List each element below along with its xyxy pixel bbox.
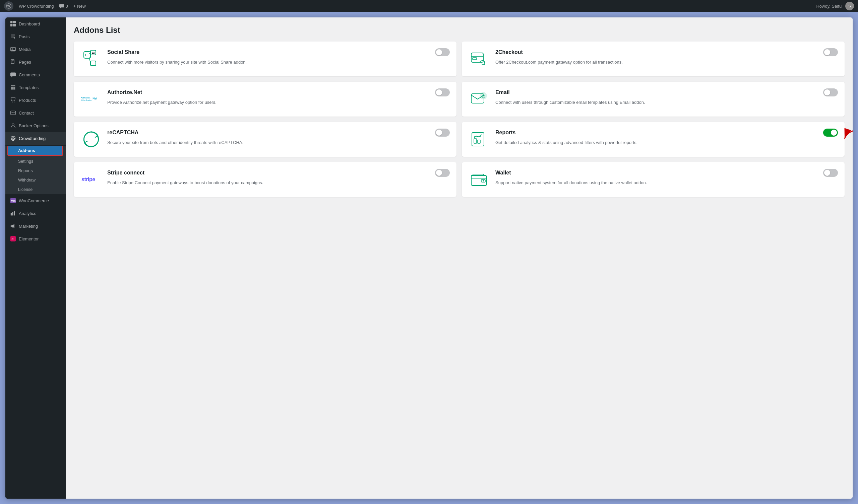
svg-rect-9 [12,60,14,60]
2checkout-toggle[interactable] [823,48,838,56]
authorize-net-desc: Provide Authorize.net payment gateway op… [107,99,450,106]
site-name-link[interactable]: WP Crowdfunding [19,4,54,9]
sidebar-label-media: Media [19,47,31,52]
svg-text:e: e [11,237,13,241]
email-name: Email [495,90,510,95]
submenu-item-settings[interactable]: Settings [5,157,66,166]
new-link[interactable]: + New [74,4,86,9]
sidebar-label-elementor: Elementor [19,237,38,242]
user-avatar[interactable]: S [845,2,854,11]
sidebar-label-contact: Contact [19,111,34,115]
addon-card-wallet: Wallet Support native payment system for… [462,162,845,197]
sidebar-item-dashboard[interactable]: Dashboard [5,17,66,30]
sidebar-item-backer-options[interactable]: Backer Options [5,119,66,132]
submenu-item-license[interactable]: License [5,185,66,194]
svg-rect-10 [12,61,14,61]
sidebar-label-products: Products [19,98,36,103]
sidebar-label-analytics: Analytics [19,211,36,216]
sidebar-item-elementor[interactable]: e Elementor [5,232,66,245]
wallet-toggle[interactable] [823,169,838,177]
wallet-info: Wallet Support native payment system for… [495,169,838,186]
sidebar-item-contact[interactable]: Contact [5,107,66,119]
elementor-icon: e [10,236,16,242]
svg-rect-4 [11,24,12,27]
howdy-text: Howdy, Saiful [816,4,843,9]
reports-toggle[interactable] [823,129,838,136]
sidebar-item-woocommerce[interactable]: Woo WooCommerce [5,194,66,207]
content-area: Addons List f 📷 S [66,17,853,499]
stripe-connect-name: Stripe connect [107,170,144,176]
svg-point-18 [14,137,15,139]
sidebar-label-pages: Pages [19,60,31,65]
svg-point-54 [483,180,484,181]
svg-point-15 [12,124,14,126]
wallet-desc: Support native payment system for all do… [495,179,838,186]
wp-logo-icon[interactable]: W [4,1,13,11]
reports-name: Reports [495,130,515,136]
svg-text:Net: Net [93,97,97,100]
sidebar-item-products[interactable]: Products [5,94,66,107]
social-share-toggle[interactable] [435,48,450,56]
sidebar-item-comments[interactable]: Comments [5,68,66,81]
recaptcha-toggle[interactable] [435,129,450,136]
sidebar-item-marketing[interactable]: Marketing [5,220,66,232]
analytics-icon [10,210,16,216]
sidebar-item-pages[interactable]: Pages [5,55,66,68]
sidebar-label-backer-options: Backer Options [19,123,49,128]
social-share-desc: Connect with more visitors by sharing yo… [107,59,450,66]
svg-rect-25 [14,211,15,216]
posts-icon [10,33,16,39]
sidebar-item-media[interactable]: Media [5,43,66,55]
svg-rect-49 [478,140,480,143]
recaptcha-header: reCAPTCHA [107,129,450,136]
svg-text:f: f [85,53,86,57]
svg-rect-52 [471,176,487,185]
pages-icon [10,59,16,65]
sidebar-item-posts[interactable]: Posts [5,30,66,43]
admin-bar-right: Howdy, Saiful S [816,2,854,11]
reports-desc: Get detailed analytics & stats using adv… [495,139,838,146]
svg-rect-14 [11,111,15,115]
addon-card-reports: Reports [462,122,845,157]
sidebar-item-templates[interactable]: Templates [5,81,66,94]
stripe-connect-icon: stripe [80,169,102,190]
addon-card-authorize-net: Authorize. A Visa Solution Net Authorize… [74,82,457,116]
svg-rect-11 [12,62,13,62]
sidebar-label-templates: Templates [19,85,38,90]
authorize-net-header: Authorize.Net [107,88,450,96]
main-layout: Dashboard Posts Media Pages Comments [5,17,853,499]
sidebar-item-crowdfunding[interactable]: Crowdfunding [5,132,66,145]
svg-rect-31 [91,61,96,66]
sidebar-label-crowdfunding: Crowdfunding [19,136,46,141]
authorize-net-toggle[interactable] [435,88,450,96]
email-toggle[interactable] [823,88,838,96]
svg-rect-3 [13,21,16,23]
submenu-item-reports[interactable]: Reports [5,166,66,176]
addon-card-2checkout: 2Checkout Offer 2Checkout.com payment ga… [462,42,845,76]
marketing-icon [10,223,16,229]
social-share-icon: f 📷 [80,48,102,70]
admin-bar-left: W WP Crowdfunding 0 + New [4,1,811,11]
wallet-icon [468,169,490,190]
comments-link[interactable]: 0 [59,4,68,9]
sidebar-item-analytics[interactable]: Analytics [5,207,66,220]
email-icon-container: @ [468,88,490,110]
svg-point-19 [12,136,13,137]
submenu-item-add-ons[interactable]: Add-ons [8,146,62,155]
submenu-item-withdraw[interactable]: Withdraw [5,176,66,185]
stripe-connect-toggle[interactable] [435,169,450,177]
svg-rect-26 [11,225,11,226]
sidebar-label-woocommerce: WooCommerce [19,198,49,203]
email-desc: Connect with users through customizable … [495,99,838,106]
comments-icon [10,72,16,78]
media-icon [10,46,16,52]
2checkout-icon [468,48,490,70]
sidebar-label-comments: Comments [19,72,40,77]
svg-point-12 [12,101,12,102]
svg-point-17 [11,137,12,139]
svg-text:Woo: Woo [11,199,16,202]
red-arrow-indicator [841,125,853,145]
admin-bar: W WP Crowdfunding 0 + New Howdy, Saiful … [0,0,858,12]
social-share-header: Social Share [107,48,450,56]
2checkout-name: 2Checkout [495,49,523,55]
